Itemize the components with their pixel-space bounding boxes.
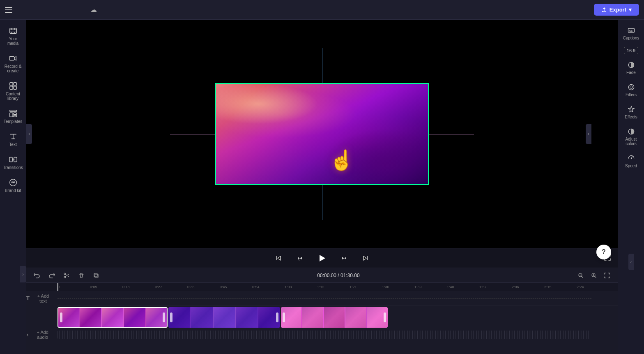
sidebar-item-transitions[interactable]: Transitions [2,152,25,173]
right-sidebar-item-adjust-colors[interactable]: Adjustcolors [620,124,643,149]
effects-label: Effects [625,115,637,119]
preview-background [216,84,428,184]
ruler-mark-10: 1:30 [382,285,414,289]
audio-track-icon: ♪ [26,332,29,337]
clip-3-thumbnails [281,307,388,328]
right-sidebar-item-captions[interactable]: CC Captions [620,23,643,44]
video-clip-3[interactable] [281,307,388,328]
ruler-mark-2: 0:18 [122,285,155,289]
timeline-zoom-controls [575,270,613,281]
clip-3-handle-left[interactable] [283,312,285,322]
video-clip-1[interactable] [58,307,168,328]
add-audio-button[interactable]: + Add audio [30,329,55,340]
sidebar-item-your-media[interactable]: Your media [2,23,25,49]
ruler-mark-3: 0:27 [155,285,187,289]
sidebar-label-transitions: Transitions [3,165,23,170]
clip-3-handle-right[interactable] [384,312,386,322]
skip-to-end-button[interactable] [359,252,372,265]
duplicate-button[interactable] [90,270,102,281]
right-sidebar-item-speed[interactable]: Speed [620,151,643,171]
speed-icon [627,154,635,162]
aspect-ratio-badge[interactable]: 16:9 [624,47,638,54]
playback-controls: 5 [26,248,618,268]
preview-artwork[interactable]: ☝ [215,83,429,185]
audio-track-row: ♪ + Add audio [58,329,618,340]
clip-1-handle-right[interactable] [163,312,165,322]
topbar: My video ☁ Export ▾ [0,0,644,20]
project-title-input[interactable]: My video [18,7,87,13]
sidebar-item-templates[interactable]: Templates [2,106,25,127]
ruler-mark-7: 1:03 [285,285,317,289]
timeline-area: 00:00.00 / 01:30.00 [26,268,618,354]
cut-button[interactable] [61,270,72,281]
svg-rect-17 [95,274,98,278]
playhead[interactable] [58,283,58,291]
sidebar-item-content-library[interactable]: Contentlibrary [2,78,25,104]
film-icon [9,26,18,35]
sidebar-label-templates: Templates [4,119,23,124]
empty-text-track [58,298,591,299]
svg-rect-3 [13,83,16,86]
fit-timeline-button[interactable] [601,270,613,281]
sidebar-label-content-library: Contentlibrary [6,92,20,101]
svg-rect-18 [94,273,97,277]
clip-1-thumbnails [58,308,167,327]
ruler-mark-0: 0 [58,285,90,289]
project-title-area: My video ☁ [18,6,97,14]
ruler-mark-15: 2:15 [544,285,577,289]
right-sidebar-item-filters[interactable]: Filters [620,80,643,100]
left-sidebar-expand-button[interactable]: › [20,266,26,282]
library-icon [9,81,18,90]
clip-1-handle-left[interactable] [60,312,62,322]
speed-label: Speed [625,164,637,168]
zoom-in-button[interactable] [588,270,600,281]
effects-icon [627,105,635,113]
ruler-mark-1: 0:09 [90,285,122,289]
preview-collapse-left-button[interactable]: ‹ [26,124,32,144]
undo-button[interactable] [31,270,43,281]
export-button[interactable]: Export ▾ [594,4,639,16]
ruler-mark-9: 1:21 [350,285,382,289]
svg-rect-10 [9,157,12,162]
save-status-icon: ☁ [90,6,97,14]
video-clip-2[interactable] [168,307,280,328]
text-track-label: T + Add text [26,293,55,304]
forward-button[interactable] [338,252,351,265]
export-icon [601,7,607,13]
sidebar-item-brand-kit[interactable]: Brand kit [2,175,25,196]
add-text-button[interactable]: + Add text [31,293,55,304]
clip-2-handle-right[interactable] [276,312,278,322]
menu-button[interactable] [5,6,13,14]
sidebar-item-record-create[interactable]: Record &create [2,51,25,76]
audio-waveform [58,331,591,339]
skip-to-start-button[interactable] [272,252,285,265]
rewind-button[interactable]: 5 [293,252,306,265]
ruler-mark-5: 0:45 [220,285,252,289]
text-track-row: T + Add text [58,291,618,306]
ruler-mark-11: 1:39 [414,285,447,289]
timeline-time-display: 00:00.00 / 01:30.00 [105,273,572,278]
right-sidebar-item-fade[interactable]: Fade [620,58,643,78]
help-button[interactable]: ? [596,245,611,259]
preview-collapse-right-button[interactable]: ‹ [586,124,591,144]
clip-2-handle-left[interactable] [170,312,172,322]
zoom-out-button[interactable] [575,270,586,281]
ruler-marks: 0 0:09 0:18 0:27 0:36 0:45 0:54 1:03 1:1… [58,285,618,289]
ruler-mark-6: 0:54 [252,285,285,289]
ruler-mark-13: 1:57 [479,285,512,289]
right-sidebar-expand-button[interactable]: ‹ [628,254,634,270]
sidebar-label-text: Text [9,142,16,147]
play-button[interactable] [315,251,329,266]
right-sidebar-item-effects[interactable]: Effects [620,102,643,123]
redo-button[interactable] [46,270,58,281]
transitions-icon [9,155,18,164]
left-sidebar: Your media Record &create Contentlibrary [0,20,26,354]
svg-rect-1 [9,56,14,60]
svg-text:CC: CC [629,30,633,32]
svg-rect-8 [13,113,16,115]
filters-icon [627,83,635,91]
delete-button[interactable] [76,270,87,281]
main-area: Your media Record &create Contentlibrary [0,20,644,354]
sidebar-item-text[interactable]: Text [2,129,25,150]
svg-point-24 [628,84,634,90]
